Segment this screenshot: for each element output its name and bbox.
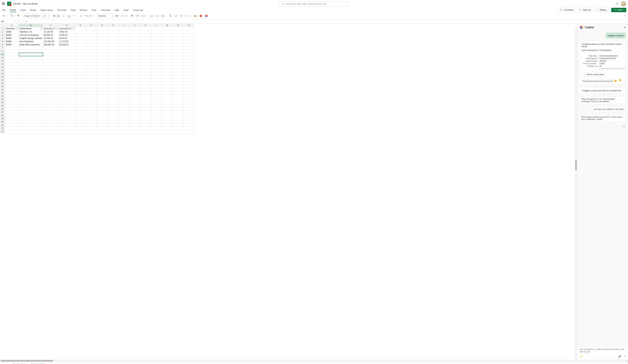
- filter-icon[interactable]: ▾: [56, 27, 58, 30]
- cell[interactable]: [43, 101, 59, 104]
- cell[interactable]: [86, 62, 97, 66]
- cell[interactable]: [184, 101, 194, 104]
- cell[interactable]: [19, 121, 43, 124]
- cell[interactable]: [86, 56, 97, 59]
- cell[interactable]: [86, 127, 97, 130]
- cell[interactable]: [59, 117, 75, 121]
- cell[interactable]: [97, 43, 108, 46]
- cell[interactable]: [173, 124, 184, 127]
- row-header[interactable]: 31: [0, 124, 5, 127]
- cell[interactable]: [5, 69, 19, 72]
- cell[interactable]: [140, 69, 151, 72]
- cell[interactable]: [108, 37, 118, 40]
- row-header[interactable]: 6: [0, 43, 5, 46]
- cell[interactable]: [118, 56, 129, 59]
- font-name-select[interactable]: Segoe UI (Body)▾: [23, 14, 42, 18]
- font-size-select[interactable]: 11▾: [42, 14, 50, 18]
- bold-button[interactable]: B: [53, 14, 56, 17]
- cell[interactable]: [108, 91, 118, 95]
- cell[interactable]: [184, 72, 194, 75]
- currency-icon[interactable]: $€: [115, 14, 118, 17]
- cell[interactable]: [86, 117, 97, 121]
- cell[interactable]: [19, 82, 43, 85]
- cell[interactable]: [162, 30, 173, 34]
- cell[interactable]: [108, 101, 118, 104]
- cell[interactable]: [97, 62, 108, 66]
- cell[interactable]: [86, 85, 97, 88]
- cell[interactable]: [140, 40, 151, 43]
- borders-icon[interactable]: [57, 14, 60, 17]
- cell[interactable]: 179,352.50: [43, 40, 59, 43]
- cell[interactable]: [173, 130, 184, 133]
- cell[interactable]: [86, 34, 97, 37]
- filter-icon[interactable]: ▾: [40, 27, 43, 30]
- delete-cells-icon[interactable]: −: [156, 14, 158, 17]
- cell[interactable]: [5, 82, 19, 85]
- cell[interactable]: [86, 82, 97, 85]
- cell[interactable]: [118, 72, 129, 75]
- cell[interactable]: [140, 37, 151, 40]
- cell[interactable]: [173, 88, 184, 91]
- cell[interactable]: [162, 88, 173, 91]
- row-header[interactable]: 19: [0, 85, 5, 88]
- add-sheet-icon[interactable]: ＋: [47, 363, 53, 364]
- cell[interactable]: [118, 62, 129, 66]
- cell[interactable]: [140, 27, 151, 30]
- cell[interactable]: [75, 43, 86, 46]
- cell[interactable]: [129, 27, 140, 30]
- row-header[interactable]: 32: [0, 127, 5, 130]
- refresh-icon[interactable]: ⟳: [622, 124, 626, 128]
- sensitivity-icon[interactable]: [194, 14, 197, 17]
- cell[interactable]: [75, 121, 86, 124]
- paste-icon[interactable]: [10, 14, 13, 17]
- row-header[interactable]: 10: [0, 56, 5, 59]
- cell[interactable]: [97, 37, 108, 40]
- cell[interactable]: [43, 95, 59, 98]
- row-header[interactable]: 28: [0, 114, 5, 117]
- fx-icon[interactable]: fx: [25, 20, 27, 23]
- cell[interactable]: [97, 88, 108, 91]
- cell[interactable]: [75, 88, 86, 91]
- col-header-D[interactable]: D: [59, 24, 75, 27]
- sheet-tab[interactable]: TopVendorData: [29, 363, 47, 364]
- cell[interactable]: [173, 62, 184, 66]
- cell[interactable]: [97, 124, 108, 127]
- cell[interactable]: [5, 56, 19, 59]
- cell[interactable]: [19, 79, 43, 82]
- menu-view[interactable]: View: [91, 8, 97, 12]
- cell[interactable]: [43, 56, 59, 59]
- cell[interactable]: [97, 59, 108, 62]
- row-header[interactable]: 5: [0, 40, 5, 43]
- cell[interactable]: [151, 114, 162, 117]
- cell[interactable]: [86, 130, 97, 133]
- cell[interactable]: [75, 130, 86, 133]
- cell[interactable]: [173, 30, 184, 34]
- cell[interactable]: [151, 124, 162, 127]
- col-header-C[interactable]: C: [43, 24, 59, 27]
- cell[interactable]: [108, 114, 118, 117]
- cell[interactable]: [86, 98, 97, 101]
- cell[interactable]: [97, 95, 108, 98]
- row-header[interactable]: 29: [0, 117, 5, 121]
- cell[interactable]: [151, 91, 162, 95]
- cell[interactable]: [162, 104, 173, 108]
- cell[interactable]: [173, 108, 184, 111]
- cell[interactable]: [19, 53, 43, 56]
- cell[interactable]: [97, 40, 108, 43]
- cell[interactable]: [184, 108, 194, 111]
- cell[interactable]: [86, 40, 97, 43]
- cell[interactable]: [19, 59, 43, 62]
- cell[interactable]: [173, 59, 184, 62]
- cell[interactable]: [86, 46, 97, 50]
- conditional-format-icon[interactable]: [131, 14, 134, 17]
- cell[interactable]: [173, 72, 184, 75]
- cell[interactable]: [5, 98, 19, 101]
- cell[interactable]: [184, 95, 194, 98]
- cell[interactable]: [75, 108, 86, 111]
- cell[interactable]: [19, 69, 43, 72]
- cell[interactable]: [184, 130, 194, 133]
- cell[interactable]: [86, 79, 97, 82]
- cell[interactable]: [5, 75, 19, 79]
- cell[interactable]: [97, 79, 108, 82]
- cell[interactable]: [97, 130, 108, 133]
